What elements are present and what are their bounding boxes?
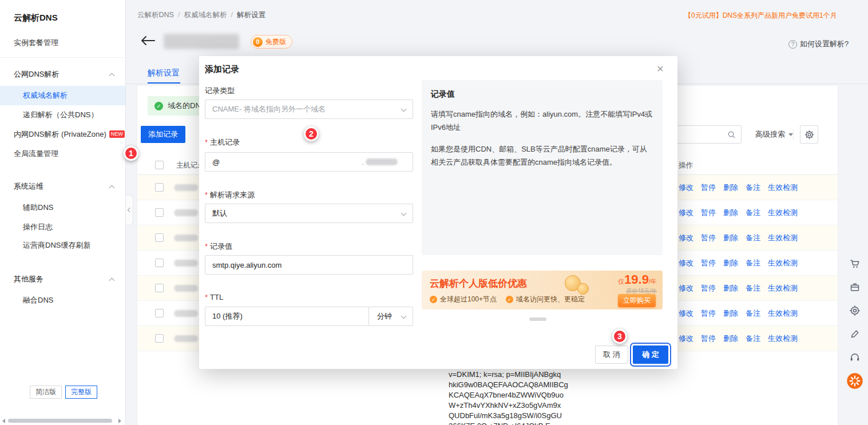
action-modify[interactable]: 修改 <box>679 258 693 268</box>
row-checkbox[interactable] <box>155 259 164 267</box>
row-checkbox[interactable] <box>155 334 164 343</box>
action-pause[interactable]: 暂停 <box>701 308 716 319</box>
sidebar-item-recursive-dns[interactable]: 递归解析（公共DNS） <box>0 105 125 125</box>
record-value-text: smtp.qiye.aliyun.com <box>212 261 282 269</box>
action-pause[interactable]: 暂停 <box>701 333 716 344</box>
sidebar-collapse-handle[interactable] <box>126 194 133 225</box>
ttl-input[interactable]: 10 (推荐) <box>205 307 369 326</box>
action-delete[interactable]: 删除 <box>723 208 738 218</box>
action-remark[interactable]: 备注 <box>746 333 760 344</box>
action-check[interactable]: 生效检测 <box>768 283 798 293</box>
redacted-cell <box>174 260 198 267</box>
action-delete[interactable]: 删除 <box>723 308 738 319</box>
scrollbar-thumb[interactable] <box>8 419 112 423</box>
action-remark[interactable]: 备注 <box>746 283 760 293</box>
sidebar-item-authoritative-dns[interactable]: 权威域名解析 <box>0 86 125 105</box>
action-modify[interactable]: 修改 <box>679 308 693 319</box>
price-value: 19.9 <box>624 272 649 287</box>
redacted-cell <box>174 310 198 317</box>
tab-resolution-settings[interactable]: 解析设置 <box>148 68 180 78</box>
action-remark[interactable]: 备注 <box>746 233 760 243</box>
action-pause[interactable]: 暂停 <box>701 258 716 268</box>
modal-scrollbar-thumb[interactable] <box>529 317 546 321</box>
action-check[interactable]: 生效检测 <box>768 258 798 268</box>
ttl-unit-select[interactable]: 分钟 <box>368 307 413 326</box>
gear-icon <box>804 130 814 140</box>
ok-button[interactable]: 确 定 <box>633 345 668 364</box>
action-check[interactable]: 生效检测 <box>768 208 798 218</box>
action-modify[interactable]: 修改 <box>679 182 693 193</box>
record-type-select[interactable]: CNAME- 将域名指向另外一个域名 <box>205 100 413 119</box>
action-check[interactable]: 生效检测 <box>768 233 798 243</box>
sidebar-item-fusion-dns[interactable]: 融合DNS <box>0 291 125 310</box>
action-delete[interactable]: 删除 <box>723 333 738 344</box>
sidebar-group-ops[interactable]: 系统运维 <box>0 176 125 197</box>
trial-promo-link[interactable]: 【0元试用】DNS全系列产品新用户免费试用1个月 <box>684 11 837 21</box>
breadcrumb-item[interactable]: 云解析DNS <box>137 11 184 19</box>
action-modify[interactable]: 修改 <box>679 233 693 243</box>
action-remark[interactable]: 备注 <box>746 182 760 193</box>
record-value-input[interactable]: smtp.qiye.aliyun.com <box>205 255 413 275</box>
row-checkbox[interactable] <box>155 183 164 192</box>
plan-badge-label: 免费版 <box>265 37 286 47</box>
row-checkbox[interactable] <box>155 208 164 217</box>
support-button[interactable] <box>846 349 863 366</box>
buy-now-button[interactable]: 立即购买 <box>618 294 656 307</box>
feedback-button[interactable] <box>846 325 863 343</box>
cancel-button[interactable]: 取 消 <box>595 345 628 364</box>
sidebar-item-isp-cache[interactable]: 运营商DNS缓存刷新 <box>0 236 125 255</box>
sidebar-item-op-log[interactable]: 操作日志 <box>0 217 125 237</box>
sidebar-item-aux-dns[interactable]: 辅助DNS <box>0 198 125 217</box>
sidebar-item-private-zone[interactable]: 内网DNS解析 (PrivateZone)NEW <box>0 125 125 144</box>
scroll-right-icon[interactable] <box>118 419 121 423</box>
price-prefix: 仅 <box>618 278 624 285</box>
how-to-set-dns-link[interactable]: 如何设置解析? <box>788 39 849 49</box>
action-remark[interactable]: 备注 <box>746 308 760 319</box>
feature-label: 全球超过100+节点 <box>440 295 497 304</box>
row-checkbox[interactable] <box>155 309 164 317</box>
advanced-search-toggle[interactable]: 高级搜索 <box>755 129 793 140</box>
action-delete[interactable]: 删除 <box>723 233 738 243</box>
dns-source-select[interactable]: 默认 <box>205 204 413 223</box>
membership-button[interactable] <box>846 372 863 390</box>
column-settings-button[interactable] <box>800 125 818 144</box>
action-check[interactable]: 生效检测 <box>768 333 798 344</box>
back-button[interactable] <box>141 35 156 46</box>
sidebar-group-other[interactable]: 其他服务 <box>0 269 125 289</box>
action-remark[interactable]: 备注 <box>746 208 760 218</box>
promo-banner[interactable]: 云解析个人版低价优惠 仅19.9/年 原价48元/年 全球超过100+节点 域名… <box>422 271 663 309</box>
version-full-button[interactable]: 完整版 <box>65 386 97 399</box>
host-record-value: @ <box>212 158 220 166</box>
version-simple-button[interactable]: 简洁版 <box>30 386 62 399</box>
sidebar-item-gtm[interactable]: 全局流量管理 <box>0 144 125 164</box>
add-record-button[interactable]: 添加记录 <box>141 126 185 143</box>
action-check[interactable]: 生效检测 <box>768 308 798 319</box>
action-pause[interactable]: 暂停 <box>701 182 716 193</box>
package-button[interactable] <box>846 279 863 296</box>
banner-price: 仅19.9/年 <box>618 272 657 287</box>
sidebar-horizontal-scrollbar[interactable] <box>1 418 122 423</box>
settings-button[interactable] <box>846 302 863 319</box>
sidebar-item-package[interactable]: 实例套餐管理 <box>0 33 125 53</box>
action-pause[interactable]: 暂停 <box>701 283 716 293</box>
host-record-input[interactable]: @ . <box>205 152 413 172</box>
action-remark[interactable]: 备注 <box>746 258 760 268</box>
action-pause[interactable]: 暂停 <box>701 208 716 218</box>
action-delete[interactable]: 删除 <box>723 182 738 193</box>
action-delete[interactable]: 删除 <box>723 258 738 268</box>
action-modify[interactable]: 修改 <box>679 283 693 293</box>
action-delete[interactable]: 删除 <box>723 283 738 293</box>
cart-button[interactable] <box>846 255 863 272</box>
action-check[interactable]: 生效检测 <box>768 182 798 193</box>
action-pause[interactable]: 暂停 <box>701 233 716 243</box>
sidebar-group-public-dns[interactable]: 公网DNS解析 <box>0 64 125 85</box>
close-icon[interactable] <box>657 63 664 74</box>
select-all-checkbox[interactable] <box>155 161 164 169</box>
scroll-left-icon[interactable] <box>2 419 5 423</box>
action-modify[interactable]: 修改 <box>679 333 693 344</box>
row-checkbox[interactable] <box>155 284 164 292</box>
row-checkbox[interactable] <box>155 233 164 242</box>
breadcrumb-item[interactable]: 权威域名解析 <box>184 11 236 19</box>
action-modify[interactable]: 修改 <box>679 208 693 218</box>
step-annotation-3: 3 <box>612 329 627 344</box>
